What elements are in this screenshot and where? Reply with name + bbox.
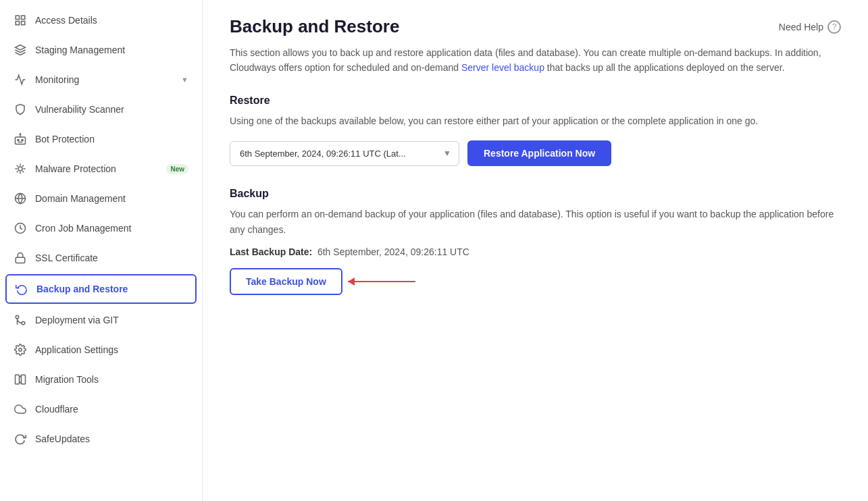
svg-marker-4 [16, 45, 26, 51]
sidebar-item-domain-management[interactable]: Domain Management [0, 184, 202, 213]
grid-icon [14, 14, 27, 27]
cloud-icon [14, 402, 27, 416]
sidebar-item-ssl-certificate[interactable]: SSL Certificate [0, 243, 202, 273]
sidebar-item-label: Migration Tools [35, 374, 188, 385]
sidebar-item-label: Malware Protection [35, 163, 158, 174]
gear-icon [14, 343, 27, 357]
git-icon [14, 313, 27, 327]
clock-icon [14, 221, 27, 235]
svg-rect-5 [16, 137, 26, 144]
svg-rect-0 [16, 16, 19, 19]
migration-icon [14, 373, 27, 386]
svg-point-8 [22, 139, 23, 140]
sidebar-item-label: Monitoring [35, 74, 173, 85]
svg-rect-18 [22, 375, 26, 384]
help-circle-icon: ? [827, 20, 841, 34]
sidebar-item-bot-protection[interactable]: Bot Protection [0, 124, 202, 154]
backup-section-title: Backup [230, 188, 841, 200]
svg-rect-13 [16, 257, 25, 263]
safe-icon [14, 432, 27, 446]
chevron-down-icon: ▼ [181, 76, 188, 84]
restore-section-desc: Using one of the backups available below… [230, 113, 841, 128]
svg-rect-2 [16, 22, 19, 25]
backup-date-select[interactable]: 6th September, 2024, 09:26:11 UTC (Lat..… [230, 141, 459, 166]
arrow-line [348, 281, 415, 282]
sidebar-item-monitoring[interactable]: Monitoring ▼ [0, 65, 202, 95]
svg-rect-17 [16, 375, 20, 384]
sidebar-item-cloudflare[interactable]: Cloudflare [0, 394, 202, 424]
page-title: Backup and Restore [230, 16, 399, 37]
sidebar-item-migration-tools[interactable]: Migration Tools [0, 365, 202, 394]
last-backup-info: Last Backup Date: 6th September, 2024, 0… [230, 246, 841, 257]
need-help-button[interactable]: Need Help ? [779, 20, 841, 34]
sidebar: Access Details Staging Management Monito… [0, 0, 203, 501]
sidebar-item-backup-and-restore[interactable]: Backup and Restore [5, 274, 197, 304]
page-description: This section allows you to back up and r… [230, 45, 841, 76]
sidebar-item-staging-management[interactable]: Staging Management [0, 35, 202, 65]
restore-section: Restore Using one of the backups availab… [230, 95, 841, 166]
backup-date-select-wrapper: 6th September, 2024, 09:26:11 UTC (Lat..… [230, 141, 459, 166]
robot-icon [14, 132, 27, 146]
sidebar-item-deployment-via-git[interactable]: Deployment via GIT [0, 305, 202, 335]
main-content: Backup and Restore Need Help ? This sect… [203, 0, 868, 501]
globe-icon [14, 192, 27, 205]
svg-rect-3 [22, 22, 25, 25]
arrow-annotation [348, 281, 415, 282]
svg-rect-1 [22, 16, 25, 19]
sidebar-item-label: Backup and Restore [36, 284, 187, 294]
sidebar-item-label: Domain Management [35, 193, 188, 204]
sidebar-item-label: Vulnerability Scanner [35, 104, 188, 115]
chart-icon [14, 73, 27, 86]
take-backup-now-button[interactable]: Take Backup Now [230, 268, 342, 295]
sidebar-item-label: SSL Certificate [35, 253, 188, 263]
lock-icon [14, 251, 27, 265]
sidebar-item-label: Staging Management [35, 45, 188, 55]
bug-icon [14, 162, 27, 176]
svg-point-6 [20, 134, 21, 135]
sidebar-item-label: Access Details [35, 15, 188, 26]
sidebar-item-access-details[interactable]: Access Details [0, 5, 202, 35]
restore-application-now-button[interactable]: Restore Application Now [467, 140, 611, 166]
new-badge: New [166, 164, 188, 174]
need-help-label: Need Help [779, 22, 823, 32]
sidebar-item-safeupdates[interactable]: SafeUpdates [0, 424, 202, 454]
restore-icon [15, 282, 28, 296]
svg-point-16 [19, 348, 22, 352]
svg-point-7 [18, 139, 19, 140]
sidebar-item-label: Deployment via GIT [35, 315, 188, 325]
sidebar-item-application-settings[interactable]: Application Settings [0, 335, 202, 365]
sidebar-item-cron-job-management[interactable]: Cron Job Management [0, 213, 202, 243]
server-level-backup-link[interactable]: Server level backup [461, 62, 544, 73]
sidebar-item-label: Bot Protection [35, 134, 188, 144]
sidebar-item-vulnerability-scanner[interactable]: Vulnerability Scanner [0, 95, 202, 124]
take-backup-wrapper: Take Backup Now [230, 268, 342, 295]
sidebar-item-malware-protection[interactable]: Malware Protection New [0, 154, 202, 184]
svg-point-9 [18, 167, 22, 171]
sidebar-item-label: Application Settings [35, 344, 188, 355]
svg-point-14 [22, 321, 25, 325]
restore-section-title: Restore [230, 95, 841, 107]
svg-point-15 [16, 315, 19, 319]
sidebar-item-label: Cloudflare [35, 404, 188, 415]
sidebar-item-label: SafeUpdates [35, 433, 188, 444]
restore-row: 6th September, 2024, 09:26:11 UTC (Lat..… [230, 140, 841, 166]
sidebar-item-label: Cron Job Management [35, 223, 188, 234]
page-header: Backup and Restore Need Help ? [230, 16, 841, 37]
shield-icon [14, 103, 27, 116]
layers-icon [14, 43, 27, 57]
backup-section-desc: You can perform an on-demand backup of y… [230, 207, 841, 237]
backup-section: Backup You can perform an on-demand back… [230, 188, 841, 295]
